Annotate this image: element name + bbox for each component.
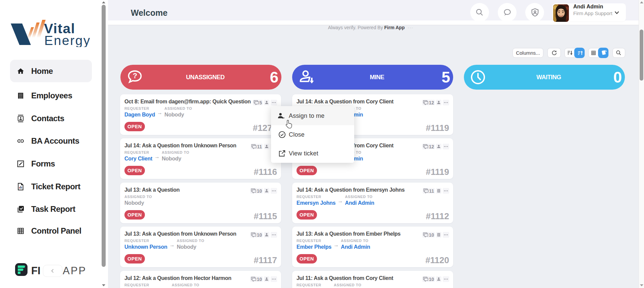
svg-text:Energy: Energy [44,33,91,47]
